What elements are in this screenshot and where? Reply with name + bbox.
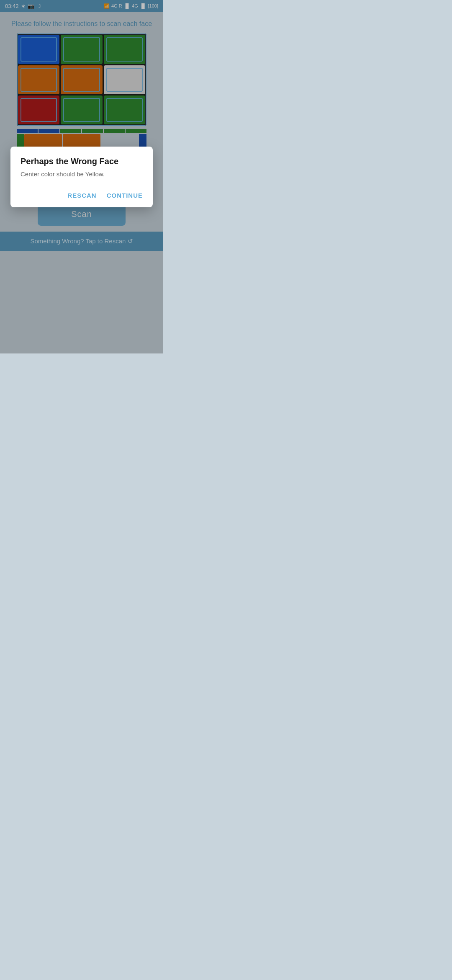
dialog-title: Perhaps the Wrong Face: [21, 157, 143, 166]
dialog-actions: RESCAN CONTINUE: [21, 190, 143, 201]
continue-button[interactable]: CONTINUE: [107, 190, 143, 201]
dialog-message: Center color should be Yellow.: [21, 170, 143, 178]
rescan-button[interactable]: RESCAN: [67, 190, 96, 201]
alert-dialog: Perhaps the Wrong Face Center color shou…: [10, 147, 153, 207]
dialog-overlay: Perhaps the Wrong Face Center color shou…: [0, 0, 163, 353]
